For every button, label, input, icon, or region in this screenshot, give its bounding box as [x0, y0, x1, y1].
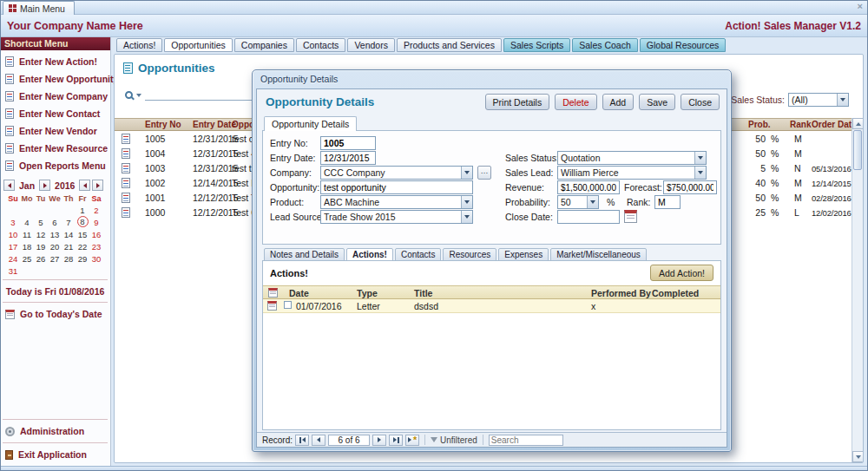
sidebar-item-enter-new-resource[interactable]: Enter New Resource: [0, 140, 110, 157]
actions-column-title[interactable]: Title: [414, 288, 432, 298]
calendar-day[interactable]: 1: [76, 204, 89, 216]
print-details-button[interactable]: Print Details: [485, 94, 550, 110]
entry-date-input[interactable]: [320, 151, 376, 165]
calendar-day[interactable]: 24: [6, 252, 20, 265]
list-scrollbar[interactable]: [852, 118, 863, 462]
sales-status-select[interactable]: (All): [788, 93, 849, 107]
calendar-day[interactable]: 11: [20, 228, 34, 240]
search-icon[interactable]: [125, 91, 133, 99]
filter-status-button[interactable]: Unfiltered: [431, 435, 477, 445]
company-select[interactable]: CCC Company: [320, 166, 473, 180]
column-header-prob[interactable]: Prob.: [748, 120, 771, 129]
close-button[interactable]: Close: [681, 94, 720, 110]
new-record-button[interactable]: [405, 435, 419, 446]
sidebar-item-enter-new-contact[interactable]: Enter New Contact: [0, 105, 110, 122]
calendar-day[interactable]: 2: [89, 204, 103, 216]
record-icon[interactable]: [122, 178, 130, 188]
calendar-day[interactable]: 26: [34, 252, 48, 265]
tab-companies[interactable]: Companies: [234, 38, 294, 52]
dropdown-button[interactable]: [694, 167, 706, 179]
revenue-input[interactable]: [557, 180, 620, 194]
calendar-day[interactable]: 23: [89, 240, 103, 252]
dropdown-button[interactable]: [461, 196, 472, 208]
add-action-button[interactable]: Add Action!: [650, 265, 713, 281]
tab-contacts[interactable]: Contacts: [296, 38, 345, 52]
tab-opportunities[interactable]: Opportunities: [164, 38, 232, 52]
dialog-titlebar[interactable]: Opportunity Details: [253, 70, 731, 88]
calendar-day[interactable]: 18: [20, 240, 34, 252]
actions-column-type[interactable]: Type: [357, 288, 378, 298]
record-icon[interactable]: [122, 193, 130, 203]
probability-select[interactable]: 50: [557, 195, 599, 209]
calendar-day[interactable]: 17: [6, 240, 20, 252]
calendar-day[interactable]: 30: [89, 252, 103, 265]
calendar-day[interactable]: 19: [34, 240, 48, 252]
calendar-day[interactable]: 6: [48, 216, 62, 228]
opportunity-input[interactable]: [320, 180, 473, 194]
exit-application-button[interactable]: Exit Application: [0, 446, 110, 463]
calendar-day[interactable]: 28: [62, 252, 76, 265]
sidebar-item-enter-new-action[interactable]: Enter New Action!: [0, 53, 110, 70]
column-header-rank[interactable]: Rank: [790, 120, 811, 129]
calendar-day[interactable]: 4: [20, 216, 34, 228]
calendar-day[interactable]: 27: [48, 252, 62, 265]
scroll-up-button[interactable]: [852, 118, 864, 129]
record-icon[interactable]: [122, 163, 130, 173]
record-icon[interactable]: [122, 148, 130, 159]
calendar-day[interactable]: 8: [77, 216, 89, 227]
sales-lead-select[interactable]: William Pierce: [557, 166, 707, 180]
calendar-day[interactable]: 21: [62, 240, 76, 252]
actions-column-completed[interactable]: Completed: [652, 288, 699, 298]
delete-button[interactable]: Delete: [555, 94, 596, 110]
sidebar-item-enter-new-opportunity[interactable]: Enter New Opportunity: [0, 70, 110, 88]
calendar-day[interactable]: 29: [76, 252, 89, 265]
add-button[interactable]: Add: [602, 94, 635, 110]
calendar-icon[interactable]: [267, 301, 277, 311]
dropdown-button[interactable]: [461, 211, 472, 223]
scroll-down-button[interactable]: [852, 451, 864, 462]
calendar-day[interactable]: 10: [6, 228, 20, 240]
scrollbar-thumb[interactable]: [853, 130, 862, 170]
prev-record-button[interactable]: [312, 435, 326, 446]
company-builder-button[interactable]: [477, 166, 491, 180]
prev-year-button[interactable]: [79, 180, 90, 191]
prev-month-button[interactable]: [3, 180, 15, 191]
administration-button[interactable]: Administration: [0, 422, 110, 440]
tab-actions[interactable]: Actions!: [346, 248, 393, 261]
calendar-day[interactable]: 12: [34, 228, 48, 240]
sales-status-field-select[interactable]: Quotation: [557, 151, 707, 165]
calendar-day[interactable]: 5: [34, 216, 48, 228]
actions-column-performed-by[interactable]: Performed By: [591, 288, 651, 298]
record-search-input[interactable]: [489, 435, 563, 446]
sidebar-item-enter-new-company[interactable]: Enter New Company: [0, 88, 110, 105]
tab-notes-and-details[interactable]: Notes and Details: [264, 248, 345, 261]
window-close-icon[interactable]: ×: [858, 1, 863, 11]
calendar-day[interactable]: 15: [76, 228, 89, 240]
dropdown-button[interactable]: [461, 167, 472, 179]
tab-sales-coach[interactable]: Sales Coach: [572, 38, 638, 52]
main-menu-tab[interactable]: Main Menu: [3, 1, 75, 15]
calendar-day[interactable]: 31: [6, 265, 20, 277]
row-checkbox[interactable]: [284, 301, 292, 309]
calendar-day[interactable]: 14: [62, 228, 76, 240]
calendar-day[interactable]: 25: [20, 252, 34, 265]
tab-opportunity-details[interactable]: Opportunity Details: [264, 116, 357, 131]
next-record-button[interactable]: [372, 435, 386, 446]
tab-actions[interactable]: Actions!: [116, 38, 162, 52]
last-record-button[interactable]: [389, 435, 403, 446]
entry-no-input[interactable]: [320, 136, 376, 150]
tab-sales-scripts[interactable]: Sales Scripts: [503, 38, 570, 52]
next-year-button[interactable]: [92, 180, 103, 191]
calendar-day[interactable]: 22: [76, 240, 89, 252]
column-header-order-date[interactable]: Order Date: [812, 120, 857, 129]
calendar-day[interactable]: 7: [62, 216, 76, 228]
column-header-entry-date[interactable]: Entry Date: [193, 120, 236, 129]
search-dropdown-icon[interactable]: [136, 94, 141, 97]
lead-source-select[interactable]: Trade Show 2015: [320, 210, 473, 224]
tab-expenses[interactable]: Expenses: [498, 248, 549, 261]
calendar-day[interactable]: 9: [89, 216, 103, 228]
first-record-button[interactable]: [295, 435, 309, 446]
next-month-button[interactable]: [39, 180, 50, 191]
forecast-input[interactable]: [663, 180, 717, 194]
tab-contacts[interactable]: Contacts: [395, 248, 441, 261]
